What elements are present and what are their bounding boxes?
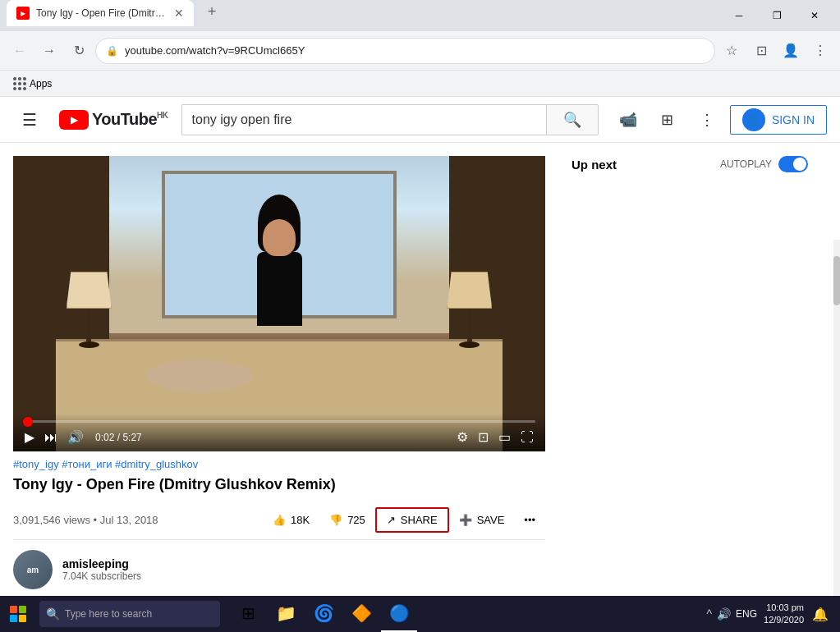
- tab-favicon: [16, 7, 30, 20]
- window-controls: ─ ❐ ✕: [720, 0, 833, 31]
- taskbar-search-text: Type here to search: [65, 608, 152, 620]
- close-button[interactable]: ✕: [796, 0, 833, 31]
- browser-tab[interactable]: Tony Igy - Open Fire (Dmitry Glu... ✕: [7, 0, 194, 26]
- youtube-logo-icon: [59, 110, 89, 130]
- youtube-logo[interactable]: YouTubeHK: [59, 110, 168, 130]
- address-bar: ← → ↻ 🔒 youtube.com/watch?v=9RCUmcl665Y …: [0, 31, 840, 71]
- video-camera-button[interactable]: 📹: [612, 103, 645, 136]
- channel-name[interactable]: amisleeping: [62, 557, 545, 570]
- search-input[interactable]: [181, 104, 546, 135]
- sign-in-label: SIGN IN: [772, 113, 815, 126]
- menu-button[interactable]: ☰: [13, 103, 46, 136]
- thumbs-up-icon: 👍: [273, 514, 286, 526]
- sign-in-button[interactable]: 👤 SIGN IN: [730, 105, 827, 135]
- video-player[interactable]: ▶ ⏭ 🔊 0:02 / 5:27 ⚙ ⊡ ▭ ⛶: [13, 156, 545, 451]
- chrome-icon: 🔵: [389, 603, 410, 623]
- header-actions: 📹 ⊞ ⋮ 👤 SIGN IN: [612, 103, 827, 136]
- mute-button[interactable]: 🔊: [66, 429, 85, 445]
- taskbar-task-view[interactable]: ⊞: [230, 596, 266, 632]
- toggle-dot: [793, 158, 806, 171]
- autoplay-toggle-switch[interactable]: [778, 156, 808, 172]
- cast-button[interactable]: ⊡: [748, 38, 774, 64]
- channel-details: amisleeping 7.04K subscribers: [62, 557, 545, 582]
- start-button[interactable]: [0, 596, 36, 632]
- apps-grid-button[interactable]: ⊞: [651, 103, 684, 136]
- language-label[interactable]: ENG: [736, 608, 757, 620]
- progress-bar[interactable]: [23, 420, 535, 423]
- maximize-button[interactable]: ❐: [758, 0, 796, 31]
- dislike-button[interactable]: 👎 725: [319, 509, 375, 531]
- back-button[interactable]: ←: [7, 38, 33, 64]
- tab-title: Tony Igy - Open Fire (Dmitry Glu...: [36, 7, 168, 19]
- taskbar-vlc[interactable]: 🔶: [343, 596, 379, 632]
- edge-icon: 🌀: [314, 603, 334, 623]
- taskbar-date: 12/9/2020: [764, 614, 804, 626]
- lock-icon: 🔒: [106, 45, 118, 57]
- task-view-icon: ⊞: [241, 603, 255, 623]
- taskbar-apps: ⊞ 📁 🌀 🔶 🔵: [230, 596, 417, 632]
- video-title: Tony Igy - Open Fire (Dmitry Glushkov Re…: [13, 475, 545, 494]
- save-button[interactable]: ➕ SAVE: [449, 509, 515, 531]
- search-button[interactable]: 🔍: [546, 104, 599, 135]
- channel-avatar[interactable]: am: [13, 550, 53, 589]
- thumbs-down-icon: 👎: [329, 514, 342, 526]
- more-options-button[interactable]: ⋮: [691, 103, 723, 136]
- video-thumbnail: [13, 156, 545, 451]
- speaker-icon[interactable]: 🔊: [717, 607, 731, 621]
- taskbar-time: 10:03 pm: [764, 602, 804, 614]
- like-button[interactable]: 👍 18K: [263, 509, 319, 531]
- taskbar-file-explorer[interactable]: 📁: [268, 596, 304, 632]
- file-explorer-icon: 📁: [276, 603, 296, 623]
- forward-button[interactable]: →: [36, 38, 62, 64]
- show-hidden-icons[interactable]: ^: [706, 607, 712, 621]
- tab-close-button[interactable]: ✕: [174, 7, 184, 20]
- video-controls: ▶ ⏭ 🔊 0:02 / 5:27 ⚙ ⊡ ▭ ⛶: [13, 414, 545, 451]
- more-icon: •••: [524, 514, 535, 526]
- main-content: ▶ ⏭ 🔊 0:02 / 5:27 ⚙ ⊡ ▭ ⛶: [0, 143, 840, 632]
- play-button[interactable]: ▶: [23, 429, 36, 445]
- taskbar: 🔍 Type here to search ⊞ 📁 🌀 🔶 🔵 ^ 🔊 ENG …: [0, 596, 840, 632]
- autoplay-label: AUTOPLAY: [720, 158, 772, 170]
- notification-button[interactable]: 🔔: [807, 601, 833, 627]
- video-meta: 3,091,546 views • Jul 13, 2018 👍 18K 👎 7…: [13, 501, 545, 540]
- address-actions: ☆ ⊡ 👤 ⋮: [718, 38, 833, 64]
- autoplay-toggle: AUTOPLAY: [720, 156, 808, 172]
- taskbar-clock[interactable]: 10:03 pm 12/9/2020: [764, 602, 804, 627]
- taskbar-search[interactable]: 🔍 Type here to search: [39, 601, 220, 627]
- scrollbar[interactable]: [833, 240, 840, 596]
- ctrl-right: ⚙ ⊡ ▭ ⛶: [455, 429, 535, 445]
- refresh-button[interactable]: ↻: [66, 38, 92, 64]
- up-next-title: Up next: [571, 158, 617, 172]
- url-text: youtube.com/watch?v=9RCUmcl665Y: [125, 44, 705, 57]
- search-form: 🔍: [181, 104, 599, 135]
- save-icon: ➕: [459, 514, 472, 526]
- minimize-button[interactable]: ─: [720, 0, 758, 31]
- video-hashtags[interactable]: #tony_igy #тони_иги #dmitry_glushkov: [13, 458, 545, 470]
- youtube-logo-country: HK: [157, 111, 168, 120]
- fullscreen-button[interactable]: ⛶: [519, 430, 535, 445]
- bookmark-star-button[interactable]: ☆: [718, 38, 745, 64]
- url-bar[interactable]: 🔒 youtube.com/watch?v=9RCUmcl665Y: [95, 38, 715, 64]
- taskbar-edge[interactable]: 🌀: [305, 596, 342, 632]
- progress-fill: [23, 420, 29, 423]
- taskbar-chrome[interactable]: 🔵: [381, 596, 417, 632]
- more-actions-button[interactable]: •••: [514, 509, 545, 531]
- miniplayer-button[interactable]: ⊡: [476, 429, 490, 445]
- settings-button[interactable]: ⚙: [455, 429, 470, 445]
- controls-row: ▶ ⏭ 🔊 0:02 / 5:27 ⚙ ⊡ ▭ ⛶: [23, 429, 535, 445]
- apps-label: Apps: [30, 78, 52, 89]
- taskbar-right: ^ 🔊 ENG 10:03 pm 12/9/2020 🔔: [696, 601, 840, 627]
- extensions-button[interactable]: ⋮: [807, 38, 833, 64]
- taskbar-search-icon: 🔍: [46, 607, 60, 621]
- next-button[interactable]: ⏭: [43, 430, 59, 445]
- theater-button[interactable]: ▭: [497, 429, 512, 445]
- new-tab-button[interactable]: +: [200, 0, 223, 23]
- channel-info: am amisleeping 7.04K subscribers: [13, 540, 545, 599]
- share-button[interactable]: ↗ SHARE: [375, 507, 449, 533]
- apps-bookmark[interactable]: Apps: [7, 74, 58, 94]
- view-count: 3,091,546 views • Jul 13, 2018: [13, 514, 263, 526]
- youtube-page: ☰ YouTubeHK 🔍 📹 ⊞ ⋮ 👤 SIGN IN: [0, 97, 840, 632]
- vlc-icon: 🔶: [351, 603, 372, 623]
- apps-grid-icon: [13, 77, 26, 90]
- profile-button[interactable]: 👤: [778, 38, 804, 64]
